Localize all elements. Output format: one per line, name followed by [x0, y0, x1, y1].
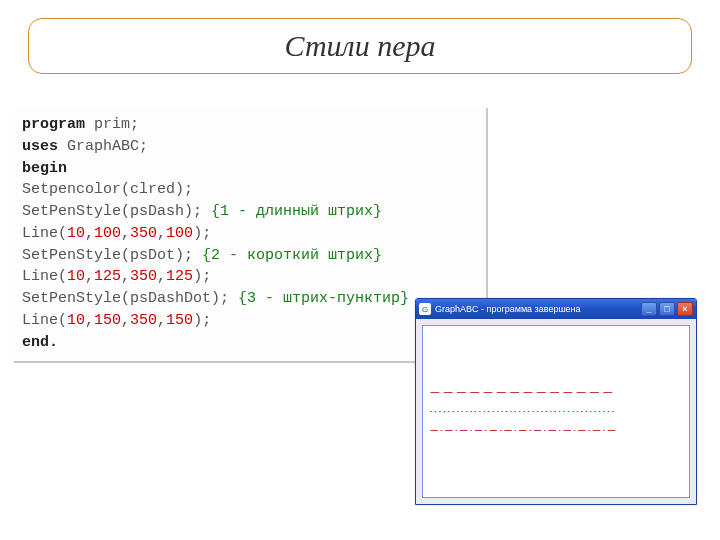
code-kw: begin [22, 160, 67, 177]
code-comment: {3 - штрих-пунктир} [238, 290, 409, 307]
code-kw: uses [22, 138, 58, 155]
code-text: ); [193, 268, 211, 285]
code-num: 10 [67, 312, 85, 329]
code-text: ); [193, 312, 211, 329]
maximize-button[interactable]: □ [659, 302, 675, 316]
code-num: 350 [130, 225, 157, 242]
code-num: 10 [67, 225, 85, 242]
code-num: 150 [94, 312, 121, 329]
graphics-canvas [422, 325, 690, 498]
app-icon: G [419, 303, 431, 315]
code-text: Setpencolor(clred); [22, 181, 193, 198]
code-num: 125 [94, 268, 121, 285]
code-text: SetPenStyle(psDot); [22, 247, 202, 264]
window-title: GraphABC - программа завершена [435, 304, 641, 314]
code-kw: program [22, 116, 85, 133]
code-num: 100 [166, 225, 193, 242]
code-kw: end. [22, 334, 58, 351]
output-window: G GraphABC - программа завершена _ □ × [415, 298, 697, 505]
code-num: 125 [166, 268, 193, 285]
minimize-button[interactable]: _ [641, 302, 657, 316]
code-comment: {2 - короткий штрих} [202, 247, 382, 264]
window-titlebar[interactable]: G GraphABC - программа завершена _ □ × [416, 299, 696, 319]
code-text: GraphABC; [58, 138, 148, 155]
code-text: prim; [85, 116, 139, 133]
code-text: Line( [22, 225, 67, 242]
code-text: Line( [22, 268, 67, 285]
slide-title: Стили пера [285, 29, 436, 63]
code-text: Line( [22, 312, 67, 329]
code-num: 10 [67, 268, 85, 285]
code-text: SetPenStyle(psDashDot); [22, 290, 238, 307]
code-num: 100 [94, 225, 121, 242]
code-text: ); [193, 225, 211, 242]
code-num: 150 [166, 312, 193, 329]
code-num: 350 [130, 312, 157, 329]
slide-title-box: Стили пера [28, 18, 692, 74]
code-num: 350 [130, 268, 157, 285]
code-comment: {1 - длинный штрих} [211, 203, 382, 220]
close-button[interactable]: × [677, 302, 693, 316]
code-text: SetPenStyle(psDash); [22, 203, 211, 220]
